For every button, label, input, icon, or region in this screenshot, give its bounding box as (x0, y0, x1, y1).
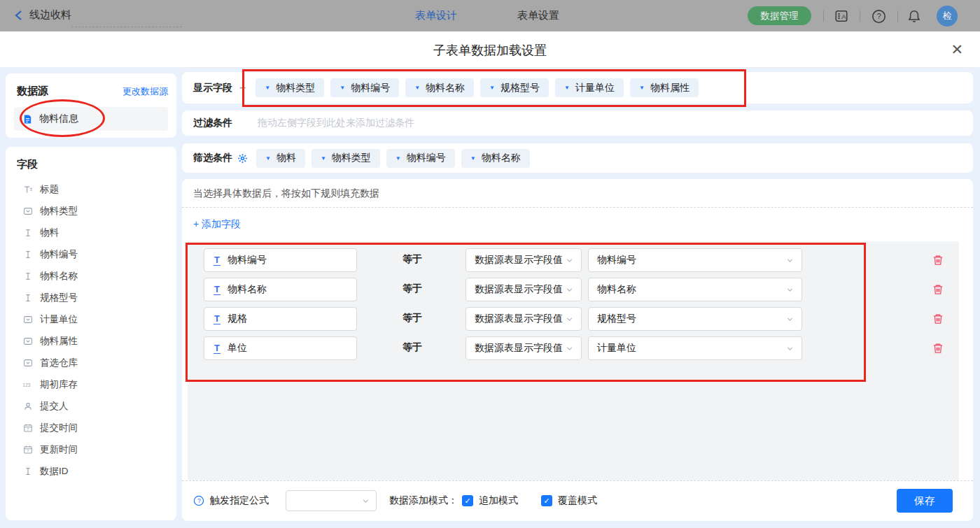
filter-dropzone[interactable]: 拖动左侧字段到此处来添加过滤条件 (258, 117, 414, 129)
screening-field-tag[interactable]: ▼物料名称 (461, 149, 530, 168)
svg-text:7: 7 (27, 427, 29, 431)
delete-rule-button[interactable] (932, 283, 944, 296)
add-display-field-button[interactable]: + (239, 82, 246, 94)
close-icon[interactable]: ✕ (951, 40, 963, 59)
field-item[interactable]: 首选仓库 (6, 352, 176, 373)
field-item[interactable]: 物料名称 (6, 265, 176, 287)
triangle-down-icon: ▼ (265, 85, 270, 91)
save-button[interactable]: 保存 (897, 489, 953, 513)
form-name-underline (71, 27, 182, 27)
rule-target-field[interactable]: T 物料编号 (204, 248, 357, 272)
delete-rule-button[interactable] (932, 254, 944, 266)
rule-value-select[interactable]: 计量单位 (588, 336, 802, 360)
append-mode-checkbox[interactable]: ✓ (462, 495, 473, 506)
field-item[interactable]: 7 更新时间 (6, 438, 176, 460)
change-datasource-link[interactable]: 更改数据源 (122, 85, 168, 98)
translate-icon[interactable]: A (833, 8, 850, 24)
svg-text:?: ? (197, 497, 201, 504)
overwrite-mode-checkbox[interactable]: ✓ (541, 495, 552, 506)
display-fields-row: 显示字段 + ▼物料类型 ▼物料编号 ▼物料名称 ▼规格型号 ▼计量单位 ▼物料… (182, 72, 973, 104)
text-icon (22, 250, 34, 259)
topbar-divider (897, 10, 898, 22)
rule-target-field[interactable]: T 单位 (204, 336, 357, 360)
trash-icon (932, 283, 944, 296)
rule-target-field[interactable]: T 物料名称 (204, 278, 357, 301)
field-item[interactable]: 标题 (6, 178, 176, 200)
avatar[interactable]: 检 (937, 6, 958, 27)
svg-text:A: A (841, 13, 846, 20)
field-item[interactable]: 计量单位 (6, 308, 176, 330)
field-item[interactable]: 物料属性 (6, 330, 176, 352)
help-circle-icon[interactable]: ? (193, 495, 204, 506)
rules-card: 当选择具体数据后，将按如下规则填充数据 + 添加字段 T 物料编号 等于 数据源… (182, 179, 973, 521)
topbar: 线边收料 表单设计 表单设置 数据管理 A ? (0, 0, 980, 31)
display-field-tag[interactable]: ▼规格型号 (480, 78, 549, 97)
equals-label: 等于 (402, 253, 422, 266)
chevron-down-icon (565, 285, 574, 294)
field-item[interactable]: 规格型号 (6, 287, 176, 308)
rule-value-select[interactable]: 物料编号 (588, 248, 802, 272)
date-icon: 7 (22, 445, 34, 455)
back-chevron-icon (14, 10, 24, 21)
screening-field-tag[interactable]: ▼物料类型 (312, 149, 380, 168)
datasource-item[interactable]: 物料信息 (14, 107, 168, 131)
rule-value-select[interactable]: 规格型号 (588, 307, 802, 331)
triangle-down-icon: ▼ (470, 155, 476, 162)
filter-label: 过滤条件 (193, 117, 232, 129)
display-fields-label: 显示字段 (193, 82, 232, 94)
back-button[interactable]: 线边收料 (14, 8, 71, 22)
trash-icon (932, 342, 944, 355)
fields-card: 字段 标题 物料类型 物料 物料编号 物料名称 (6, 147, 176, 520)
svg-text:?: ? (876, 12, 881, 20)
number-icon: 123 (22, 380, 34, 390)
data-manage-button[interactable]: 数据管理 (748, 6, 811, 25)
triangle-down-icon: ▼ (396, 155, 401, 162)
overwrite-mode-label: 覆盖模式 (558, 494, 597, 507)
rule-source-select[interactable]: 数据源表显示字段值 (465, 307, 582, 331)
tab-form-design[interactable]: 表单设计 (415, 9, 457, 22)
select-icon (22, 315, 34, 324)
select-icon (22, 206, 34, 216)
form-name: 线边收料 (29, 8, 71, 22)
select-icon (22, 358, 34, 368)
fields-title: 字段 (17, 158, 38, 170)
display-field-tag[interactable]: ▼物料编号 (330, 78, 399, 97)
display-field-tag[interactable]: ▼物料名称 (405, 78, 474, 97)
svg-text:123: 123 (23, 382, 31, 387)
field-item[interactable]: 物料类型 (6, 200, 176, 222)
rule-value-select[interactable]: 物料名称 (588, 278, 802, 301)
help-icon[interactable]: ? (870, 8, 887, 24)
display-field-tag[interactable]: ▼物料类型 (255, 78, 324, 97)
rule-source-select[interactable]: 数据源表显示字段值 (465, 278, 582, 301)
rule-target-field[interactable]: T 规格 (204, 307, 357, 331)
rule-source-select[interactable]: 数据源表显示字段值 (465, 248, 582, 272)
chevron-down-icon (785, 344, 794, 353)
display-field-tag[interactable]: ▼物料属性 (630, 78, 699, 97)
field-item[interactable]: 物料 (6, 222, 176, 243)
rule-source-select[interactable]: 数据源表显示字段值 (465, 336, 582, 360)
gear-icon[interactable] (237, 153, 248, 164)
triangle-down-icon: ▼ (489, 85, 495, 91)
rules-hint: 当选择具体数据后，将按如下规则填充数据 (193, 187, 379, 200)
formula-select[interactable] (286, 490, 377, 511)
display-field-tag[interactable]: ▼计量单位 (555, 78, 624, 97)
screening-field-tag[interactable]: ▼物料编号 (386, 149, 455, 168)
triangle-down-icon: ▼ (321, 155, 326, 162)
delete-rule-button[interactable] (932, 313, 944, 325)
bell-icon[interactable] (906, 8, 923, 24)
screening-label: 筛选条件 (193, 152, 232, 164)
tab-form-settings[interactable]: 表单设置 (517, 9, 559, 22)
triangle-down-icon: ▼ (265, 155, 271, 162)
chevron-down-icon (785, 315, 794, 324)
field-item[interactable]: 物料编号 (6, 243, 176, 265)
field-item[interactable]: 123 期初库存 (6, 373, 176, 395)
text-icon (22, 271, 34, 281)
field-item[interactable]: 数据ID (6, 460, 176, 482)
append-mode-label: 追加模式 (479, 494, 518, 507)
add-field-link[interactable]: + 添加字段 (193, 218, 241, 231)
delete-rule-button[interactable] (932, 342, 944, 355)
field-item[interactable]: 7 提交时间 (6, 417, 176, 438)
screening-field-tag[interactable]: ▼物料 (256, 149, 305, 168)
modal-title: 子表单数据加载设置 (0, 42, 980, 59)
field-item[interactable]: 提交人 (6, 395, 176, 417)
